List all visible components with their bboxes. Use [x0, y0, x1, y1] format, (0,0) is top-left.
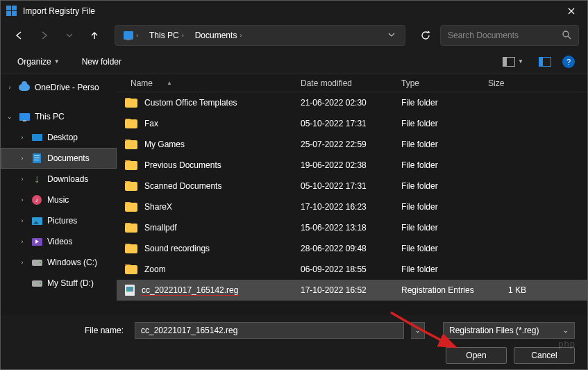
folder-icon: [125, 99, 137, 108]
folder-icon: [125, 224, 137, 233]
desktop-icon: [32, 134, 42, 141]
breadcrumb-root[interactable]: This PC›: [144, 28, 190, 43]
sidebar-item-videos[interactable]: ›Videos: [1, 231, 117, 252]
search-icon: [562, 30, 571, 42]
svg-point-0: [563, 31, 569, 37]
file-row[interactable]: My Games25-07-2022 22:59File folder: [117, 134, 587, 155]
preview-pane-icon: [539, 57, 551, 67]
column-headers: Name▲ Date modified Type Size: [117, 74, 587, 92]
column-date-label: Date modified: [301, 78, 352, 88]
close-button[interactable]: [555, 1, 587, 22]
file-row[interactable]: Custom Office Templates21-06-2022 02:30F…: [117, 92, 587, 113]
sidebar-item-downloads[interactable]: ›↓Downloads: [1, 169, 117, 190]
file-row[interactable]: Fax05-10-2022 17:31File folder: [117, 113, 587, 134]
expand-icon[interactable]: ›: [6, 84, 14, 91]
arrow-up-icon: [90, 31, 99, 40]
chevron-down-icon: ⌄: [563, 327, 569, 334]
file-name: Scanned Documents: [144, 181, 221, 191]
help-button[interactable]: ?: [562, 56, 575, 68]
folder-icon: [125, 119, 137, 128]
filename-label: File name:: [13, 326, 128, 335]
sidebar-label: Documents: [47, 153, 90, 163]
back-button[interactable]: [9, 25, 30, 46]
new-folder-button[interactable]: New folder: [78, 53, 126, 71]
sidebar-item-onedrive[interactable]: ›OneDrive - Perso: [1, 77, 117, 98]
refresh-icon: [421, 31, 431, 41]
sidebar-item-documents[interactable]: ›Documents: [1, 148, 117, 169]
view-mode-button[interactable]: ▼: [498, 53, 528, 71]
search-input[interactable]: Search Documents: [440, 25, 579, 46]
file-type-filter[interactable]: Registration Files (*.reg)⌄: [443, 322, 575, 339]
file-type: File folder: [394, 140, 481, 149]
pc-icon: [19, 113, 30, 121]
bottom-panel: File name: ⌄ Registration Files (*.reg)⌄…: [1, 315, 587, 370]
file-date: 17-10-2022 16:23: [294, 202, 394, 212]
collapse-icon[interactable]: ⌄: [6, 113, 14, 120]
file-name: cc_20221017_165142.reg: [142, 285, 238, 296]
sidebar-item-thispc[interactable]: ⌄This PC: [1, 106, 117, 127]
file-row[interactable]: Scanned Documents05-10-2022 17:31File fo…: [117, 176, 587, 196]
folder-icon: [125, 161, 137, 170]
file-date: 05-10-2022 17:31: [294, 181, 394, 191]
file-type: File folder: [394, 223, 481, 233]
file-row[interactable]: Previous Documents19-06-2022 02:38File f…: [117, 155, 587, 176]
up-button[interactable]: [84, 25, 105, 46]
file-row[interactable]: ShareX17-10-2022 16:23File folder: [117, 196, 587, 217]
close-icon: [568, 8, 575, 15]
file-row[interactable]: Zoom06-09-2022 18:55File folder: [117, 259, 587, 280]
column-type[interactable]: Type: [394, 78, 481, 88]
sidebar-label: Videos: [47, 237, 72, 246]
open-label: Open: [466, 351, 486, 360]
column-size[interactable]: Size: [481, 78, 533, 88]
breadcrumb-folder[interactable]: Documents›: [190, 28, 248, 43]
filter-label: Registration Files (*.reg): [449, 326, 539, 335]
file-type: File folder: [394, 181, 481, 191]
sidebar-item-desktop[interactable]: ›Desktop: [1, 127, 117, 148]
file-row[interactable]: Sound recordings28-06-2022 09:48File fol…: [117, 238, 587, 259]
open-button[interactable]: Open: [446, 347, 507, 364]
folder-icon: [125, 265, 137, 274]
sidebar-label: Pictures: [47, 216, 77, 226]
filename-input[interactable]: [135, 322, 404, 339]
file-date: 06-09-2022 18:55: [294, 264, 394, 274]
column-date[interactable]: Date modified: [294, 78, 394, 88]
sort-asc-icon: ▲: [167, 80, 172, 86]
chevron-down-icon: [66, 32, 73, 39]
column-name[interactable]: Name▲: [117, 78, 294, 88]
file-type: File folder: [394, 244, 481, 253]
sidebar-label: Downloads: [47, 174, 88, 184]
forward-button[interactable]: [34, 25, 55, 46]
sidebar-item-pictures[interactable]: ›Pictures: [1, 210, 117, 231]
sidebar-label: Music: [47, 195, 69, 205]
file-row[interactable]: cc_20221017_165142.reg17-10-2022 16:52Re…: [117, 280, 587, 301]
download-icon: ↓: [34, 174, 40, 185]
pictures-icon: [32, 217, 42, 225]
title-bar: Import Registry File: [1, 1, 587, 22]
address-pc-icon-seg[interactable]: ›: [118, 28, 144, 42]
address-bar[interactable]: › This PC› Documents›: [115, 25, 405, 46]
file-name: ShareX: [144, 202, 172, 212]
sidebar-item-music[interactable]: ›♪Music: [1, 190, 117, 210]
file-type: File folder: [394, 98, 481, 108]
breadcrumb-root-label: This PC: [149, 31, 179, 40]
file-date: 15-06-2022 13:18: [294, 223, 394, 233]
sidebar-item-mystuff-d[interactable]: My Stuff (D:): [1, 273, 117, 294]
file-row[interactable]: Smallpdf15-06-2022 13:18File folder: [117, 217, 587, 238]
file-list: Name▲ Date modified Type Size Custom Off…: [117, 74, 587, 315]
file-name: My Games: [144, 140, 185, 149]
main-area: ›OneDrive - Perso ⌄This PC ›Desktop ›Doc…: [1, 74, 587, 315]
sidebar-item-windows-c[interactable]: ›Windows (C:): [1, 252, 117, 273]
cloud-icon: [19, 84, 30, 91]
file-size: 1 KB: [481, 285, 533, 295]
organize-button[interactable]: Organize ▼: [13, 53, 64, 71]
filename-history-dropdown[interactable]: ⌄: [411, 322, 425, 339]
refresh-button[interactable]: [415, 25, 436, 46]
preview-pane-button[interactable]: [535, 53, 555, 71]
cancel-button[interactable]: Cancel: [514, 347, 575, 364]
list-view-icon: [503, 57, 515, 67]
recent-dropdown[interactable]: [59, 25, 80, 46]
file-name: Sound recordings: [144, 244, 210, 253]
file-type: File folder: [394, 160, 481, 170]
address-dropdown[interactable]: [381, 26, 402, 44]
sidebar-label: Windows (C:): [47, 258, 97, 267]
